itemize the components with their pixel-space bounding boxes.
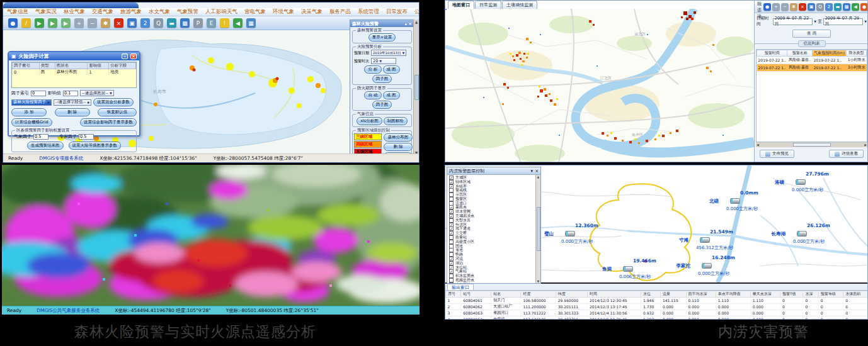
menu-item[interactable]: 系统管理 — [358, 8, 379, 16]
delete-button[interactable]: 删 除 — [55, 108, 90, 116]
table-row[interactable]: 0面森林分布图1地类 — [13, 69, 136, 75]
menu-item[interactable]: 服务产品 — [329, 8, 351, 16]
select-arrow-icon[interactable]: ▶ — [35, 18, 44, 28]
pin-icon[interactable]: ▴ — [405, 21, 408, 26]
identify-icon[interactable]: Q — [816, 3, 824, 11]
window-titlebar[interactable] — [3, 3, 139, 8]
factor-display-button[interactable]: 成 图 — [383, 91, 400, 99]
set-level-display-button[interactable]: 设置火险等级图显示参数 — [69, 142, 122, 150]
output-window-tab[interactable]: 输出窗口 — [447, 284, 474, 290]
pan-arrow-icon[interactable]: ▶ — [48, 18, 57, 28]
close-icon[interactable]: × — [114, 18, 123, 28]
warn-time-select[interactable]: 20▼ — [371, 58, 396, 64]
globe-icon[interactable]: ● — [8, 18, 18, 28]
show-setting-button[interactable]: 显示+设置 — [368, 33, 396, 42]
menu-item[interactable]: 旅游气象 — [120, 8, 142, 16]
zone-control-button[interactable]: 森林分布图 — [384, 133, 413, 142]
menu-item[interactable]: 交通气象 — [92, 8, 113, 16]
fire-remote-sensing-image[interactable] — [2, 165, 420, 306]
generate-warning-button[interactable]: 生成预警结果图 — [27, 142, 64, 150]
zoom-in-icon[interactable]: + — [772, 3, 780, 11]
menu-item[interactable]: 林业气象 — [64, 8, 85, 16]
footer-button[interactable]: 文件预览 — [760, 150, 794, 158]
tab[interactable]: 日常监测 — [475, 1, 501, 9]
layer-panel-titlebar[interactable]: 内涝预警图层控制 ▾ × — [447, 167, 540, 175]
menu-item[interactable]: 气象实况 — [35, 8, 57, 16]
date-to-dropdown-icon[interactable]: ▼ — [864, 20, 867, 23]
analysis-button[interactable]: 分 析 — [364, 65, 381, 74]
menu-item[interactable]: 气象信息 — [7, 8, 28, 16]
weather-info-button[interactable]: xls分析图 — [357, 117, 382, 125]
city-street-map[interactable]: 渝北区 江北区 南岸区 — [445, 9, 754, 162]
weather-info-button[interactable]: 制图标绘 — [384, 117, 408, 125]
zoom-out-icon[interactable]: − — [781, 3, 789, 11]
close-icon[interactable]: × — [408, 21, 412, 26]
menu-item[interactable]: 公共气象服务网 — [414, 8, 420, 16]
layer-checkbox-item[interactable]: 水文测站 — [449, 282, 534, 283]
menu-item[interactable]: 雷电气象 — [244, 8, 266, 16]
warn-date-select[interactable]: 2010年10月13日▼ — [371, 50, 406, 56]
status-system-link[interactable]: DMGIS专项服务系统 — [39, 155, 83, 162]
factor-table[interactable]: 因子索引类型图层名影响值分析字段0面森林分布图1地类 — [11, 62, 137, 88]
table-row[interactable]: 360804063菜园河口113.70122230.3013332014/12/… — [446, 310, 868, 316]
search-button[interactable]: 查 询 — [792, 30, 831, 38]
pan-hand-icon[interactable]: ✱ — [101, 18, 110, 28]
menu-item[interactable]: 环境气象 — [273, 8, 294, 16]
image-icon[interactable]: ▬ — [167, 18, 176, 28]
horizontal-scrollbar[interactable]: ◀▶ — [756, 142, 867, 147]
close-icon[interactable]: × — [535, 169, 539, 174]
dialog-titlebar[interactable]: ▣ 火险因子计算 – × — [9, 52, 139, 60]
zone-control-button[interactable]: 删 除 — [384, 143, 413, 151]
menu-item[interactable]: 水文气象 — [149, 8, 170, 16]
date-from-dropdown-icon[interactable]: ▼ — [814, 20, 816, 23]
menu-item[interactable]: 人工影响天气 — [205, 8, 237, 16]
factor-select[interactable]: 森林火险报警因子▼ — [11, 99, 52, 106]
table-row[interactable]: 260804062大渡口纸厂111.20000030.2011112014/12… — [446, 304, 868, 310]
add-button[interactable]: 添 加 — [11, 108, 47, 116]
stop-icon[interactable]: ● — [860, 3, 868, 11]
restore-button[interactable]: 恢复默认值 — [98, 108, 137, 116]
factor-index-input[interactable] — [31, 91, 46, 96]
weather-factor-input[interactable] — [33, 134, 49, 140]
footer-button[interactable]: 详情查看 — [829, 150, 864, 158]
menu-item[interactable]: 决策气象 — [301, 8, 323, 16]
window-icon[interactable]: ▣ — [808, 3, 815, 11]
factor-display-button[interactable]: 因子图 — [372, 101, 392, 109]
back-icon[interactable]: ◀ — [852, 3, 859, 11]
factor-display-button[interactable]: 自 动 — [364, 91, 381, 99]
vertical-scrollbar[interactable]: ▲▼ — [413, 20, 419, 155]
layer-select[interactable]: --请选择图层--▼ — [80, 90, 114, 96]
window-icon[interactable]: ▣ — [127, 18, 137, 28]
globe-icon[interactable]: ● — [763, 3, 771, 11]
table-row[interactable]: 2019-07-22 1..风险级:暴雨..2019-07-22 1..1小时降… — [757, 57, 868, 64]
tab[interactable]: 地图窗口 — [448, 1, 474, 9]
calc-grid-button[interactable]: 计算综合栅格Grid — [11, 118, 52, 126]
back-icon[interactable]: ◀ — [233, 18, 243, 28]
station-data-table[interactable]: 序号站号站名经度纬度时间水位流量面平均水深单点平均降雨最大点水深预警T值水深预警… — [445, 291, 868, 320]
save-icon[interactable]: ▩ — [843, 3, 850, 11]
doc-icon[interactable]: 2 — [140, 18, 150, 28]
date-to-input[interactable]: 2009 年 07 月 29 日 — [823, 18, 864, 25]
panel-titlebar[interactable]: 森林火险预警 ▴ × — [350, 20, 414, 27]
set-params-button[interactable]: 设置混合分析参数 — [93, 98, 134, 106]
table-row[interactable]: 2019-07-22 1..风险级:暴雨2019-07-22 1..3小时降水a… — [757, 64, 868, 72]
minimize-icon[interactable]: – — [122, 53, 128, 59]
map-icon[interactable]: ▦ — [246, 18, 256, 28]
date-from-input[interactable]: 2009 年 07 月 22 日 — [773, 18, 813, 25]
flag-icon[interactable]: ! — [220, 18, 229, 28]
menu-item[interactable]: 气象预警 — [177, 8, 198, 16]
doc-icon[interactable]: 2 — [825, 3, 833, 11]
menu-item[interactable]: 日常发布 — [386, 8, 408, 16]
collapse-icon[interactable]: ▾ — [531, 169, 534, 174]
analysis-button[interactable]: 因子图 — [372, 75, 392, 83]
zoom-out-icon[interactable]: − — [88, 18, 97, 28]
zoom-in-icon[interactable]: + — [74, 18, 84, 28]
image-icon[interactable]: ▬ — [834, 3, 842, 11]
table-row[interactable]: 460804064金紫碚113.64657629.4033112014/12/5… — [446, 316, 868, 320]
impact-input[interactable] — [63, 91, 78, 96]
identify-icon[interactable]: Q — [154, 18, 163, 28]
close-icon[interactable]: × — [130, 53, 137, 59]
status-system-link[interactable]: DMGIS公共气象服务业务系统 — [37, 308, 100, 314]
close-icon[interactable]: × — [799, 3, 806, 11]
pan-hand-icon[interactable]: ✱ — [790, 3, 797, 11]
